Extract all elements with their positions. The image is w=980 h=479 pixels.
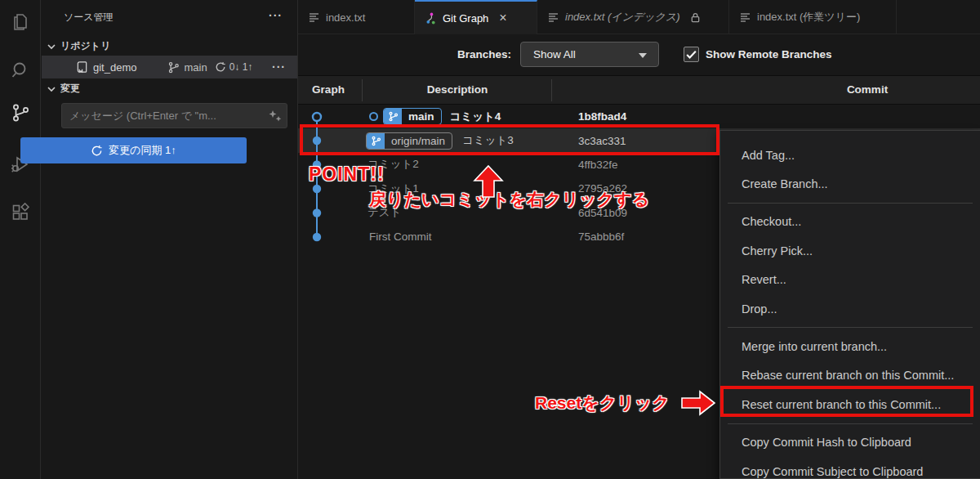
head-indicator-icon bbox=[369, 112, 378, 121]
show-remote-branches-label: Show Remote Branches bbox=[706, 48, 832, 60]
tab-git-graph[interactable]: Git Graph × bbox=[415, 0, 537, 34]
annotation-reset-note: Resetをクリック bbox=[535, 392, 670, 414]
close-icon[interactable]: × bbox=[499, 11, 506, 25]
column-header-graph: Graph bbox=[312, 83, 345, 96]
commit-hash: 3c3ac331 bbox=[578, 135, 626, 147]
repo-name: git_demo bbox=[93, 61, 136, 74]
repo-branch: main bbox=[184, 61, 207, 74]
git-graph-icon bbox=[425, 12, 437, 25]
tab-label: Git Graph bbox=[443, 12, 488, 25]
repo-more-actions-icon[interactable]: ··· bbox=[272, 60, 286, 74]
column-separator bbox=[551, 79, 552, 101]
branch-badge-main: main bbox=[383, 108, 442, 125]
menu-item-rebase[interactable]: Rebase current branch on this Commit... bbox=[720, 361, 980, 390]
menu-item-reset[interactable]: Reset current branch to this Commit... bbox=[720, 390, 980, 419]
commit-table-header: Graph Description Commit bbox=[298, 75, 980, 105]
chevron-down-icon bbox=[47, 43, 56, 51]
chevron-down-icon bbox=[639, 53, 647, 58]
menu-item-merge[interactable]: Merge into current branch... bbox=[720, 332, 980, 360]
sync-changes-button[interactable]: 変更の同期 1↑ bbox=[20, 137, 247, 163]
branch-filter-dropdown[interactable]: Show All bbox=[520, 42, 659, 67]
editor-tab-bar: index.txt Git Graph × index.txt (インデックス)… bbox=[298, 0, 980, 34]
commit-row[interactable]: main コミット4 1b8fbad4 bbox=[298, 105, 980, 128]
file-icon bbox=[308, 11, 320, 24]
activity-bar bbox=[0, 0, 41, 479]
search-icon[interactable] bbox=[11, 60, 30, 80]
branch-icon bbox=[367, 132, 385, 150]
sync-icon bbox=[91, 145, 103, 157]
column-header-commit: Commit bbox=[847, 83, 888, 96]
git-graph-toolbar: Branches: Show All Show Remote Branches bbox=[298, 34, 980, 75]
chevron-down-icon bbox=[47, 85, 56, 93]
show-remote-branches-checkbox[interactable] bbox=[684, 47, 699, 62]
section-label: リポジトリ bbox=[60, 39, 110, 53]
commit-message: コミット3 bbox=[462, 133, 514, 148]
commit-message-input[interactable] bbox=[61, 103, 287, 128]
commit-hash: 4ffb32fe bbox=[578, 159, 618, 171]
right-arrow-icon bbox=[680, 390, 716, 416]
up-arrow-icon bbox=[472, 164, 505, 199]
commit-message: First Commit bbox=[369, 231, 432, 243]
section-repositories[interactable]: リポジトリ bbox=[47, 39, 110, 53]
menu-item-add-tag[interactable]: Add Tag... bbox=[720, 141, 980, 169]
tab-index-txt-worktree[interactable]: index.txt (作業ツリー) bbox=[729, 0, 897, 34]
file-icon bbox=[739, 11, 751, 24]
menu-item-drop[interactable]: Drop... bbox=[720, 294, 980, 323]
extensions-icon[interactable] bbox=[11, 203, 30, 222]
branches-label: Branches: bbox=[457, 48, 511, 60]
checkmark-icon bbox=[684, 47, 698, 61]
sync-icon bbox=[215, 61, 226, 73]
commit-message: コミット4 bbox=[450, 110, 501, 124]
branch-name: origin/main bbox=[385, 135, 452, 147]
repo-icon bbox=[76, 60, 88, 74]
menu-item-copy-hash[interactable]: Copy Commit Hash to Clipboard bbox=[720, 428, 980, 457]
menu-item-checkout[interactable]: Checkout... bbox=[720, 208, 980, 236]
menu-separator bbox=[728, 327, 973, 328]
source-control-panel: ソース管理 ··· リポジトリ git_demo main 0↓ 1↑ ··· … bbox=[41, 0, 298, 479]
branch-name: main bbox=[402, 110, 441, 123]
commit-hash: 1b8fbad4 bbox=[578, 110, 626, 123]
commit-context-menu: Add Tag... Create Branch... Checkout... … bbox=[719, 130, 980, 479]
sync-button-label: 変更の同期 1↑ bbox=[109, 143, 176, 158]
more-actions-icon[interactable]: ··· bbox=[269, 9, 283, 22]
commit-hash: 75abbb6f bbox=[578, 231, 624, 243]
annotation-point-label: POINT!! bbox=[309, 163, 385, 186]
tab-label: index.txt bbox=[326, 11, 365, 24]
menu-item-revert[interactable]: Revert... bbox=[720, 266, 980, 294]
section-label: 変更 bbox=[60, 82, 80, 96]
menu-item-copy-subject[interactable]: Copy Commit Subject to Clipboard bbox=[720, 457, 980, 479]
panel-title: ソース管理 bbox=[64, 11, 114, 25]
menu-item-cherry-pick[interactable]: Cherry Pick... bbox=[720, 236, 980, 265]
sync-count: 0↓ 1↑ bbox=[229, 61, 253, 73]
menu-separator bbox=[728, 423, 973, 424]
repository-item[interactable]: git_demo main 0↓ 1↑ ··· bbox=[42, 56, 297, 78]
menu-separator bbox=[728, 203, 973, 204]
tab-index-txt[interactable]: index.txt bbox=[298, 0, 415, 34]
branch-icon bbox=[167, 61, 180, 74]
section-changes[interactable]: 変更 bbox=[47, 82, 80, 96]
lock-icon bbox=[690, 12, 701, 23]
source-control-icon[interactable] bbox=[11, 103, 30, 123]
vscode-window: ソース管理 ··· リポジトリ git_demo main 0↓ 1↑ ··· … bbox=[0, 0, 980, 479]
annotation-right-click-note: 戻りたいコミットを右クリックする bbox=[369, 188, 649, 211]
column-separator bbox=[362, 79, 363, 101]
tab-label: index.txt (インデックス) bbox=[565, 10, 680, 25]
tab-label: index.txt (作業ツリー) bbox=[757, 10, 860, 25]
column-header-description: Description bbox=[427, 83, 488, 96]
sparkle-icon[interactable] bbox=[268, 110, 283, 123]
branch-icon bbox=[384, 108, 402, 125]
menu-item-create-branch[interactable]: Create Branch... bbox=[720, 169, 980, 198]
dropdown-value: Show All bbox=[533, 48, 576, 60]
explorer-icon[interactable] bbox=[11, 12, 30, 32]
branch-badge-origin-main: origin/main bbox=[366, 132, 452, 150]
tab-index-txt-index[interactable]: index.txt (インデックス) bbox=[537, 0, 729, 34]
file-icon bbox=[547, 11, 559, 24]
